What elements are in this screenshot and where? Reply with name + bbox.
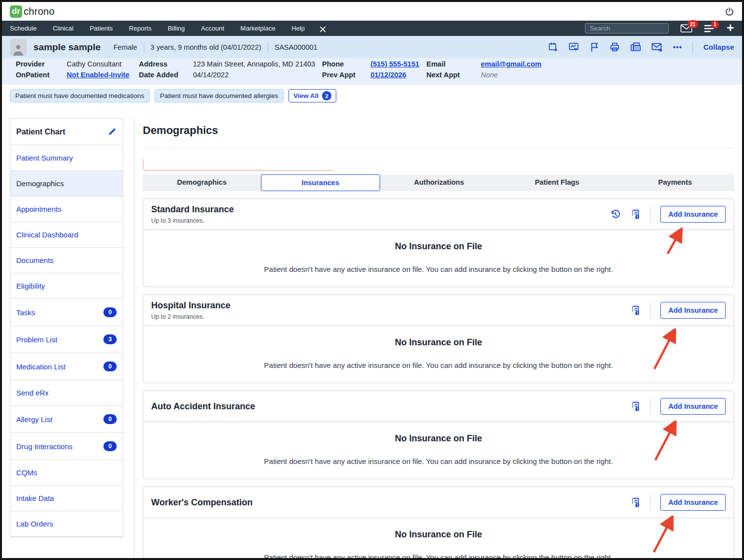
nav-item-help[interactable]: Help: [291, 25, 305, 32]
onpatient-invite-link[interactable]: Not Enabled-Invite: [67, 71, 139, 79]
nav-item-clinical[interactable]: Clinical: [53, 25, 73, 32]
insurance-timeline-icon[interactable]: [630, 401, 641, 412]
schedule-appointment-icon[interactable]: [548, 42, 558, 52]
nav-item-patients[interactable]: Patients: [90, 25, 113, 32]
sidebar-item-allergy-list[interactable]: Allergy List0: [10, 406, 123, 433]
sidebar-item-cqms[interactable]: CQMs: [10, 460, 123, 486]
insurance-timeline-icon[interactable]: [630, 305, 641, 316]
sidebar-item-lab-orders[interactable]: Lab Orders: [10, 511, 123, 537]
logo-chrono-text: chrono: [24, 6, 55, 17]
no-insurance-text: Patient doesn't have any active insuranc…: [151, 265, 726, 273]
sidebar-item-label: Eligibility: [16, 282, 45, 290]
medication-list-count-badge: 0: [103, 362, 117, 371]
sidebar-item-patient-summary[interactable]: Patient Summary: [10, 145, 123, 171]
collapse-button[interactable]: Collapse: [703, 43, 734, 51]
add-new-icon[interactable]: +: [727, 23, 734, 33]
sidebar-item-problem-list[interactable]: Problem List3: [10, 326, 123, 353]
search-input[interactable]: [585, 23, 669, 33]
sidebar-item-medication-list[interactable]: Medication List0: [10, 353, 123, 380]
no-insurance-text: Patient doesn't have any active insuranc…: [151, 361, 726, 369]
tab-patient-flags[interactable]: Patient Flags: [498, 174, 616, 191]
sidebar-item-label: Allergy List: [16, 415, 52, 424]
sidebar-item-label: Medication List: [16, 362, 65, 371]
sidebar-item-appointments[interactable]: Appointments: [10, 197, 123, 222]
patient-flags-row: Patient must have documented medications…: [2, 85, 742, 107]
sidebar-header: Patient Chart: [10, 119, 123, 145]
messages-icon[interactable]: 21: [680, 24, 692, 33]
sidebar-item-drug-interactions[interactable]: Drug Interactions0: [10, 433, 123, 460]
edit-pencil-icon[interactable]: [107, 127, 117, 136]
content-area: Patient Chart Patient Summary Demographi…: [2, 107, 742, 560]
task-count-badge: 1: [711, 21, 719, 29]
patient-avatar: [10, 39, 27, 56]
drug-interactions-count-badge: 0: [103, 441, 117, 451]
address-label: Address: [139, 60, 185, 68]
sidebar-item-eligibility[interactable]: Eligibility: [10, 273, 123, 299]
section-subtitle: Up to 3 insurances.: [151, 217, 234, 224]
eligibility-check-icon[interactable]: [569, 42, 580, 52]
add-insurance-button[interactable]: Add Insurance: [660, 302, 726, 319]
sidebar-item-label: Drug Interactions: [16, 442, 72, 451]
send-email-icon[interactable]: [651, 42, 663, 52]
provider-value: Cathy Consultant: [67, 60, 139, 68]
sidebar-item-intake-data[interactable]: Intake Data: [10, 486, 123, 511]
sidebar-item-label: Problem List: [16, 335, 57, 344]
workers-compensation-section: Worker's Compensation Add Insurance No I…: [143, 487, 734, 560]
nav-item-billing[interactable]: Billing: [168, 25, 185, 32]
section-title: Standard Insurance: [151, 204, 234, 215]
flag-icon[interactable]: [590, 42, 599, 52]
logo-dr-mark: dr: [10, 5, 22, 18]
nav-right-tools: 21 1 +: [585, 23, 734, 33]
nav-item-account[interactable]: Account: [201, 25, 224, 32]
sidebar-item-clinical-dashboard[interactable]: Clinical Dashboard: [10, 222, 123, 248]
insurance-history-icon[interactable]: [610, 209, 621, 220]
next-appt-value: None: [481, 71, 555, 79]
add-insurance-button[interactable]: Add Insurance: [660, 494, 726, 511]
task-list-icon[interactable]: 1: [704, 25, 715, 33]
phone-link[interactable]: (515) 555-5151: [370, 60, 426, 68]
patient-header: sample sample Female 3 years, 9 months o…: [2, 36, 742, 58]
phone-label: Phone: [322, 60, 362, 68]
patient-record-id: SASA000001: [275, 43, 318, 51]
top-bar: dr chrono: [2, 2, 742, 21]
tasks-count-badge: 0: [103, 307, 117, 317]
sidebar-item-send-erx[interactable]: Send eRx: [10, 380, 123, 406]
close-icon[interactable]: [320, 26, 326, 33]
nav-item-marketplace[interactable]: Marketplace: [240, 25, 275, 32]
patient-name: sample sample: [33, 42, 100, 53]
email-link[interactable]: email@gmail.com: [481, 60, 555, 68]
tab-payments[interactable]: Payments: [616, 174, 734, 191]
section-title: Worker's Compensation: [151, 497, 253, 508]
sidebar-item-label: Documents: [16, 256, 54, 264]
drchrono-logo: dr chrono: [10, 5, 55, 18]
more-actions-icon[interactable]: •••: [673, 43, 682, 51]
power-icon[interactable]: [725, 7, 734, 16]
no-insurance-title: No Insurance on File: [151, 241, 726, 252]
print-icon[interactable]: [610, 42, 620, 52]
sidebar-item-demographics[interactable]: Demographics: [10, 171, 123, 197]
add-insurance-button[interactable]: Add Insurance: [660, 206, 726, 223]
demographics-panel: Demographics Demographics Insurances Aut…: [134, 118, 734, 560]
tab-demographics[interactable]: Demographics: [143, 174, 261, 191]
tab-authorizations[interactable]: Authorizations: [380, 174, 498, 191]
sidebar-item-documents[interactable]: Documents: [10, 248, 123, 273]
sidebar-item-label: Patient Summary: [16, 154, 73, 162]
no-insurance-text: Patient doesn't have any active insuranc…: [151, 553, 726, 560]
nav-item-schedule[interactable]: Schedule: [10, 25, 36, 32]
view-all-label: View All: [293, 92, 319, 99]
address-value: 123 Main Street, Annapolis, MD 21403: [193, 60, 322, 68]
insurance-timeline-icon[interactable]: [630, 497, 641, 508]
view-all-button[interactable]: View All 2: [289, 89, 336, 102]
nav-item-reports[interactable]: Reports: [129, 25, 152, 32]
fax-icon[interactable]: [630, 42, 641, 52]
hospital-insurance-section: Hospital Insurance Up to 2 insurances. A…: [143, 295, 734, 383]
sidebar-item-tasks[interactable]: Tasks0: [10, 299, 123, 326]
add-insurance-button[interactable]: Add Insurance: [660, 398, 726, 415]
onpatient-label: OnPatient: [16, 71, 59, 79]
auto-accident-insurance-section: Auto Accident Insurance Add Insurance No: [143, 391, 734, 479]
sidebar-item-label: Demographics: [16, 179, 64, 188]
insurance-timeline-icon[interactable]: [630, 209, 641, 220]
tab-insurances[interactable]: Insurances: [261, 174, 380, 191]
title-divider: [143, 148, 734, 148]
prev-appt-link[interactable]: 01/12/2026: [370, 71, 426, 79]
